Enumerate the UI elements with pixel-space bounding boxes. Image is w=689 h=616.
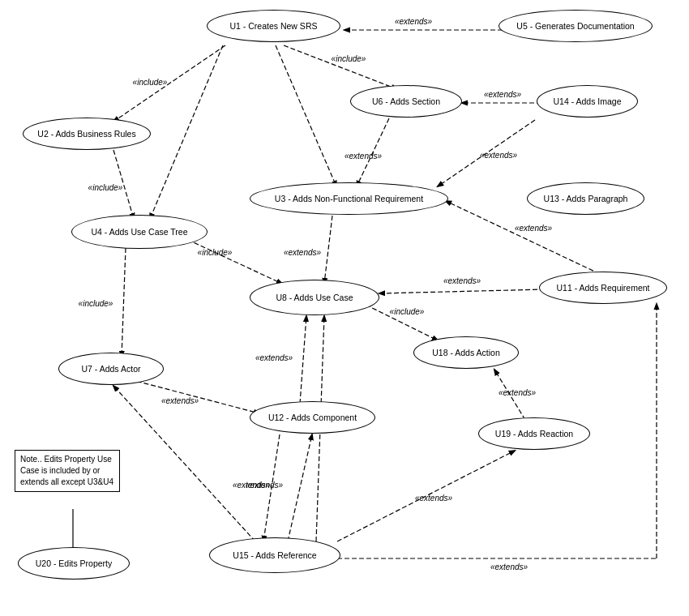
svg-text:«extends»: «extends» xyxy=(499,388,537,397)
svg-line-37 xyxy=(337,451,515,541)
svg-line-4 xyxy=(284,45,397,89)
node-u4: U4 - Adds Use Case Tree xyxy=(71,215,208,249)
note-box: Note.. Edits Property Use Case is includ… xyxy=(15,450,120,492)
svg-text:«extends»: «extends» xyxy=(443,276,481,285)
node-u1: U1 - Creates New SRS xyxy=(207,10,340,42)
node-u12: U12 - Adds Component xyxy=(250,401,375,434)
note-text: Note.. Edits Property Use Case is includ… xyxy=(20,455,113,486)
node-u8: U8 - Adds Use Case xyxy=(250,280,379,315)
node-u14: U14 - Adds Image xyxy=(537,85,638,118)
svg-line-24 xyxy=(122,248,126,357)
svg-text:«extends»: «extends» xyxy=(233,481,271,490)
svg-line-12 xyxy=(150,45,223,219)
svg-text:«extends»: «extends» xyxy=(255,353,293,362)
svg-text:«include»: «include» xyxy=(133,78,168,87)
node-u5: U5 - Generates Documentation xyxy=(499,10,653,42)
node-u3: U3 - Adds Non-Functional Requirement xyxy=(250,182,448,215)
node-u18: U18 - Adds Action xyxy=(413,336,519,369)
svg-text:«extends»: «extends» xyxy=(161,396,199,405)
node-u20: U20 - Edits Property xyxy=(18,547,130,580)
svg-line-18 xyxy=(324,216,332,284)
svg-line-30 xyxy=(130,379,259,413)
svg-line-43 xyxy=(113,386,255,541)
node-u11: U11 - Adds Requirement xyxy=(539,272,667,304)
node-u13: U13 - Adds Paragraph xyxy=(527,182,644,215)
svg-text:«extends»: «extends» xyxy=(344,152,383,160)
svg-line-10 xyxy=(438,120,535,186)
svg-text:«include»: «include» xyxy=(88,183,123,192)
svg-line-32 xyxy=(494,370,525,420)
svg-text:«extends»: «extends» xyxy=(484,90,522,99)
svg-text:«include»: «include» xyxy=(390,307,425,316)
svg-text:«extends»: «extends» xyxy=(246,481,284,490)
node-u15: U15 - Adds Reference xyxy=(209,537,340,573)
svg-line-8 xyxy=(357,118,389,186)
node-u6: U6 - Adds Section xyxy=(350,85,462,118)
svg-line-28 xyxy=(300,316,306,404)
node-u7: U7 - Adds Actor xyxy=(58,353,164,385)
use-case-diagram: «extends» «include» «include» «extends» … xyxy=(0,0,689,616)
svg-text:«extends»: «extends» xyxy=(415,494,453,503)
svg-line-44 xyxy=(263,434,280,541)
svg-text:«include»: «include» xyxy=(332,54,366,63)
svg-text:«extends»: «extends» xyxy=(515,224,553,233)
node-u2: U2 - Adds Business Rules xyxy=(23,118,151,150)
svg-text:«include»: «include» xyxy=(198,248,233,257)
svg-text:«extends»: «extends» xyxy=(480,151,518,160)
svg-text:«extends»: «extends» xyxy=(490,563,529,571)
svg-line-2 xyxy=(113,45,225,122)
svg-text:«extends»: «extends» xyxy=(284,248,322,257)
svg-line-13 xyxy=(113,150,134,219)
svg-line-22 xyxy=(379,289,545,293)
svg-text:«include»: «include» xyxy=(79,299,113,308)
svg-text:«extends»: «extends» xyxy=(395,17,433,26)
node-u19: U19 - Adds Reaction xyxy=(478,417,590,450)
svg-line-34 xyxy=(288,434,312,541)
svg-line-15 xyxy=(276,45,336,186)
